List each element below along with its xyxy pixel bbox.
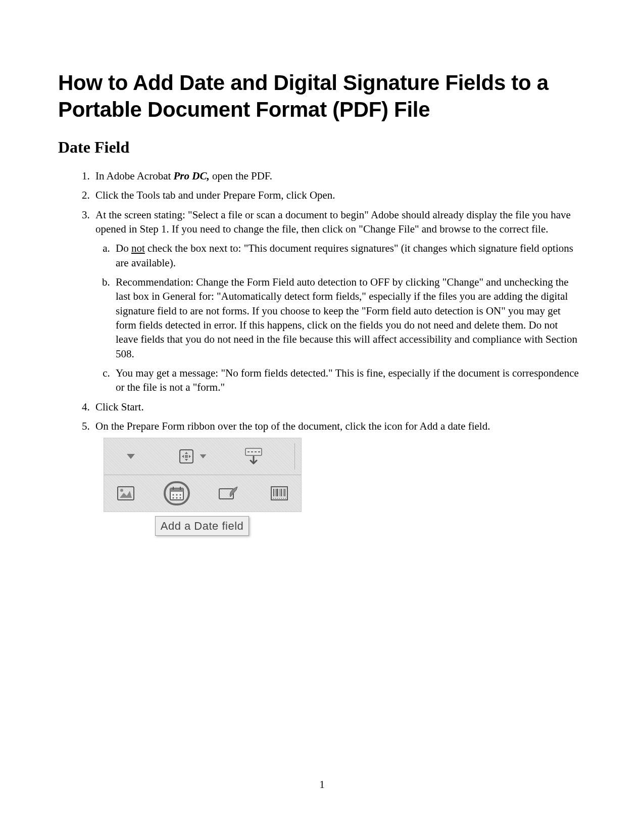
toolbar-text-field-tool[interactable] [233,446,274,467]
toolbar-row-2 [104,475,301,512]
step-3: At the screen stating: "Select a file or… [92,208,581,395]
page-number: 1 [0,778,644,791]
move-handles-icon [178,448,195,465]
signature-field-icon [218,486,238,501]
svg-rect-9 [118,487,134,500]
step-3a-pre: Do [116,242,131,254]
step-4: Click Start. [92,400,581,414]
steps-list: In Adobe Acrobat Pro DC, open the PDF. C… [78,169,586,536]
step-5: On the Prepare Form ribbon over the top … [92,419,581,536]
svg-point-11 [120,489,123,492]
prepare-form-toolbar [104,438,302,512]
svg-point-21 [180,497,181,498]
step-3a-underline: not [131,242,145,254]
dropdown-arrow-icon [126,453,136,460]
svg-point-18 [180,494,181,495]
svg-marker-3 [200,454,206,458]
step-3b: Recommendation: Change the Form Field au… [113,275,581,361]
step-3a: Do not check the box next to: "This docu… [113,241,581,270]
svg-marker-10 [120,491,132,498]
toolbar-row-1 [104,438,301,475]
svg-point-19 [173,497,174,498]
document-page: How to Add Date and Digital Signature Fi… [0,0,644,536]
step-1-emph: Pro DC, [174,170,210,182]
step-5-text: On the Prepare Form ribbon over the top … [95,420,490,432]
svg-point-20 [176,497,178,498]
step-1-text-pre: In Adobe Acrobat [95,170,174,182]
tooltip-row: Add a Date field [104,516,301,536]
toolbar-signature-field-tool[interactable] [213,486,244,501]
barcode-field-icon [271,486,288,500]
step-1-text-post: open the PDF. [210,170,272,182]
dropdown-arrow-icon [199,453,207,459]
toolbar-image-field-tool[interactable] [110,486,141,501]
text-field-arrow-icon [243,446,264,467]
date-field-tooltip: Add a Date field [155,516,250,536]
page-title: How to Add Date and Digital Signature Fi… [58,70,586,123]
svg-point-17 [176,494,178,495]
date-field-highlight-circle [164,481,190,505]
image-field-icon [117,486,135,501]
step-3-text: At the screen stating: "Select a file or… [95,209,571,235]
toolbar-dropdown-1[interactable] [110,453,152,460]
svg-rect-13 [170,488,183,492]
step-3-sublist: Do not check the box next to: "This docu… [95,241,581,394]
svg-marker-0 [127,454,135,459]
svg-point-16 [173,494,174,495]
step-2: Click the Tools tab and under Prepare Fo… [92,188,581,202]
step-3c: You may get a message: "No form fields d… [113,366,581,395]
toolbar-figure: Add a Date field [104,438,581,536]
section-heading: Date Field [58,138,586,157]
step-3a-post: check the box next to: "This document re… [116,242,573,268]
toolbar-date-field-tool[interactable] [162,481,193,505]
step-1: In Adobe Acrobat Pro DC, open the PDF. [92,169,581,183]
toolbar-move-tool[interactable] [172,448,213,465]
toolbar-barcode-field-tool[interactable] [264,486,295,500]
date-field-icon [169,485,185,501]
svg-rect-2 [185,455,188,458]
toolbar-separator [294,443,295,470]
